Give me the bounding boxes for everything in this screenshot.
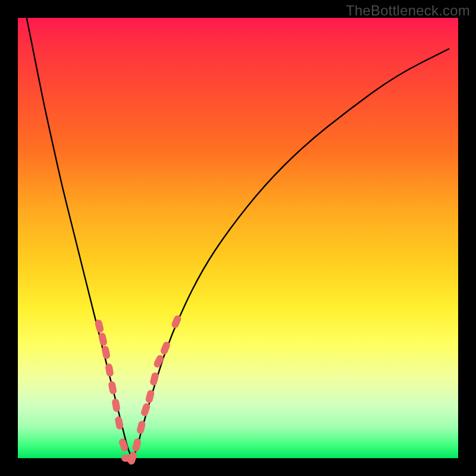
bottleneck-curve bbox=[27, 18, 449, 456]
data-marker bbox=[108, 381, 117, 395]
data-marker bbox=[98, 332, 108, 346]
data-marker bbox=[111, 398, 121, 412]
data-marker bbox=[136, 420, 146, 434]
data-marker bbox=[101, 345, 111, 359]
data-markers bbox=[94, 314, 182, 465]
data-marker bbox=[105, 363, 114, 377]
watermark-text: TheBottleneck.com bbox=[346, 2, 470, 19]
data-marker bbox=[114, 416, 124, 430]
chart-frame: TheBottleneck.com bbox=[0, 0, 476, 476]
data-marker bbox=[145, 389, 155, 403]
chart-svg bbox=[18, 18, 458, 458]
data-marker bbox=[153, 354, 165, 369]
data-marker bbox=[149, 372, 159, 386]
data-marker bbox=[131, 438, 142, 452]
